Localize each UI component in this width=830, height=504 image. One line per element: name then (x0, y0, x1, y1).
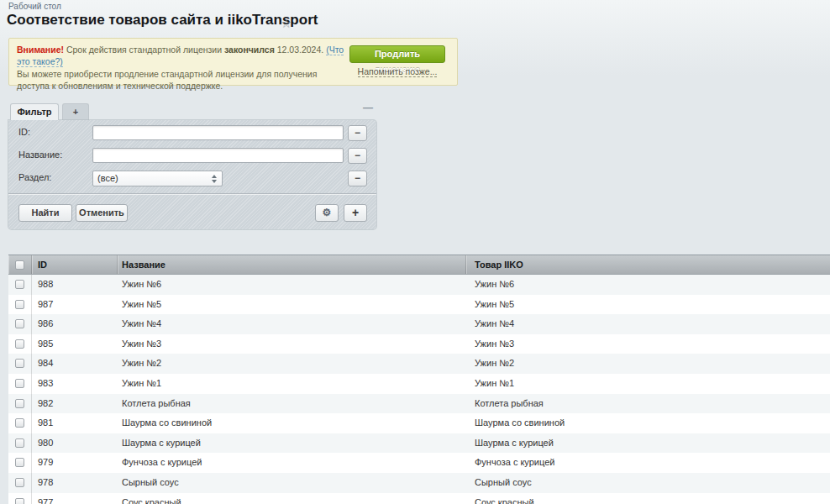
row-iiko-product: Ужин №6 (466, 275, 830, 295)
table-row[interactable]: 982Котлета рыбнаяКотлета рыбная (8, 394, 830, 414)
row-name: Сырный соус (118, 473, 466, 493)
table-row[interactable]: 980Шаурма с курицейШаурма с курицей (8, 433, 830, 454)
row-id: 984 (32, 354, 118, 374)
remove-id-filter-button[interactable]: − (348, 125, 367, 141)
row-checkbox[interactable] (15, 478, 24, 487)
table-row[interactable]: 988Ужин №6Ужин №6 (8, 275, 830, 295)
row-checkbox-cell (8, 453, 32, 473)
row-iiko-product: Котлета рыбная (466, 394, 830, 414)
row-checkbox-cell (8, 275, 32, 295)
row-iiko-product: Фунчоза с курицей (466, 453, 830, 473)
renew-license-button[interactable]: Продлить лицензию (349, 45, 445, 63)
table-row[interactable]: 979Фунчоза с курицейФунчоза с курицей (8, 453, 830, 473)
row-iiko-product: Соус красный (466, 493, 830, 504)
table-row[interactable]: 986Ужин №4Ужин №4 (8, 314, 830, 334)
table-row[interactable]: 977Соус красныйСоус красный (8, 493, 830, 504)
row-name: Шаурма со свининой (118, 413, 466, 433)
add-filter-button[interactable]: + (344, 204, 367, 222)
license-text-2: Вы можете приобрести продление стандартн… (17, 69, 317, 91)
row-checkbox-cell (8, 433, 32, 454)
row-checkbox[interactable] (15, 399, 24, 408)
table-body: 988Ужин №6Ужин №6987Ужин №5Ужин №5986Ужи… (8, 275, 830, 504)
row-name: Ужин №2 (118, 354, 466, 374)
row-name: Ужин №6 (118, 275, 466, 295)
row-id: 986 (32, 314, 118, 334)
name-field-label: Название: (18, 150, 62, 160)
remind-later-link[interactable]: Напомнить позже... (349, 66, 445, 76)
row-checkbox-cell (8, 334, 32, 354)
row-checkbox-cell (8, 473, 32, 493)
row-checkbox-cell (8, 374, 32, 394)
breadcrumb[interactable]: Рабочий стол (8, 2, 61, 11)
remove-name-filter-button[interactable]: − (348, 148, 367, 164)
table-row[interactable]: 978Сырный соусСырный соус (8, 473, 830, 493)
row-iiko-product: Шаурма с курицей (466, 433, 830, 454)
row-iiko-product: Ужин №5 (466, 295, 830, 315)
row-name: Ужин №4 (118, 314, 466, 334)
row-checkbox[interactable] (15, 339, 24, 349)
id-field[interactable] (92, 125, 344, 140)
row-name: Ужин №3 (118, 334, 466, 354)
row-id: 983 (32, 374, 118, 394)
row-name: Шаурма с курицей (118, 433, 466, 454)
row-id: 980 (32, 433, 118, 454)
table-row[interactable]: 985Ужин №3Ужин №3 (8, 334, 830, 354)
row-checkbox-cell (8, 314, 32, 334)
table-row[interactable]: 984Ужин №2Ужин №2 (8, 354, 830, 374)
row-name: Ужин №1 (118, 374, 466, 394)
row-id: 985 (32, 334, 118, 354)
row-checkbox[interactable] (15, 379, 24, 388)
cancel-button[interactable]: Отменить (76, 204, 128, 222)
attention-label: Внимание! (17, 45, 64, 55)
table-row[interactable]: 981Шаурма со свининойШаурма со свининой (8, 413, 830, 433)
row-id: 977 (32, 493, 118, 504)
header-checkbox-cell (8, 255, 32, 274)
row-checkbox[interactable] (15, 359, 24, 368)
filter-row-section: Раздел: (все) − (8, 171, 376, 187)
tab-filter[interactable]: Фильтр (10, 103, 59, 120)
row-checkbox[interactable] (15, 498, 24, 504)
row-iiko-product: Ужин №3 (466, 334, 830, 354)
row-id: 979 (32, 453, 118, 473)
row-iiko-product: Ужин №2 (466, 354, 830, 374)
row-checkbox[interactable] (15, 300, 24, 309)
section-select[interactable]: (все) (92, 171, 223, 186)
search-button[interactable]: Найти (18, 204, 72, 222)
row-checkbox[interactable] (15, 319, 24, 328)
license-date: 12.03.2024. (275, 45, 326, 55)
row-checkbox-cell (8, 354, 32, 374)
row-checkbox[interactable] (15, 418, 24, 428)
license-warning-text: Внимание! Срок действия стандартной лице… (17, 44, 351, 92)
header-col-name[interactable]: Название (118, 255, 466, 274)
license-warning-banner: Внимание! Срок действия стандартной лице… (8, 38, 458, 86)
row-iiko-product: Ужин №4 (466, 314, 830, 334)
row-id: 987 (32, 295, 118, 315)
header-col-id[interactable]: ID (32, 255, 118, 274)
row-checkbox[interactable] (15, 438, 24, 448)
select-all-checkbox[interactable] (15, 260, 24, 270)
row-id: 981 (32, 413, 118, 433)
license-expired-word: закончился (224, 45, 275, 55)
header-col-iiko[interactable]: Товар IIKO (466, 255, 830, 274)
row-checkbox-cell (8, 394, 32, 414)
page-title: Соответствие товаров сайта и iikoTranspo… (7, 12, 318, 29)
row-iiko-product: Сырный соус (466, 473, 830, 493)
row-iiko-product: Ужин №1 (466, 374, 830, 394)
table-row[interactable]: 983Ужин №1Ужин №1 (8, 374, 830, 394)
row-name: Фунчоза с курицей (118, 453, 466, 473)
filter-body: ID: − Название: − Раздел: (все) − Найти … (8, 120, 376, 229)
table-row[interactable]: 987Ужин №5Ужин №5 (8, 295, 830, 315)
row-checkbox[interactable] (15, 280, 24, 289)
row-name: Ужин №5 (118, 295, 466, 315)
favorite-star-icon[interactable]: ☆ (281, 16, 292, 31)
row-checkbox[interactable] (15, 458, 24, 467)
tab-add-filter[interactable]: + (62, 103, 89, 120)
row-checkbox-cell (8, 493, 32, 504)
row-name: Котлета рыбная (118, 394, 466, 414)
table-header: ID Название Товар IIKO (8, 255, 830, 275)
name-field[interactable] (92, 148, 344, 163)
section-field-label: Раздел: (18, 172, 51, 182)
remove-section-filter-button[interactable]: − (348, 171, 367, 186)
license-text-1: Срок действия стандартной лицензии (64, 45, 224, 55)
gear-icon[interactable]: ⚙ (315, 204, 339, 222)
